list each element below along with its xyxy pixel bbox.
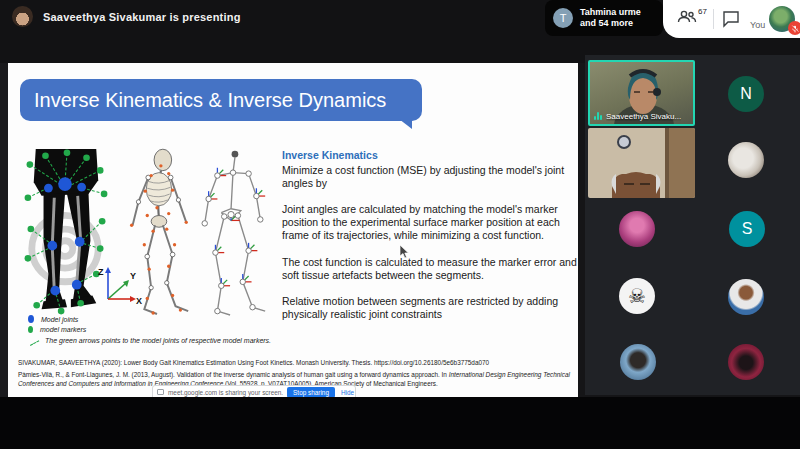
stop-sharing-button[interactable]: Stop sharing xyxy=(287,387,335,398)
mic-off-icon xyxy=(791,19,799,37)
avatar-photo[interactable] xyxy=(620,344,656,380)
video-tile-presenter[interactable]: Saaveethya Sivaku... xyxy=(588,60,695,126)
green-dot-icon xyxy=(28,326,33,333)
avatar-photo[interactable] xyxy=(619,211,655,247)
left-gutter xyxy=(0,63,8,397)
mouse-cursor xyxy=(400,245,410,259)
legend-label: model markers xyxy=(40,326,86,333)
video-tile-participant[interactable] xyxy=(588,128,695,198)
paragraph-3: The cost function is calculated to measu… xyxy=(282,256,578,282)
paragraph-4: Relative motion between segments are res… xyxy=(282,295,578,321)
paragraph-2: Joint angles are calculated by matching … xyxy=(282,203,578,241)
participants-chip-line2: and 54 more xyxy=(580,18,641,29)
hide-link[interactable]: Hide xyxy=(341,389,354,396)
participants-chip-line1: Tahmina urme xyxy=(580,7,641,18)
citation-1: SIVAKUMAR, SAAVEETHYA (2020): Lower Body… xyxy=(18,359,576,366)
avatar-initial-s[interactable]: S xyxy=(729,211,765,247)
link-segment-model-figure xyxy=(194,147,272,327)
you-label: You xyxy=(750,20,765,30)
participant-initial-avatar: T xyxy=(553,8,573,28)
participants-chip-text: Tahmina urme and 54 more xyxy=(580,7,641,29)
section-heading: Inverse Kinematics xyxy=(282,149,578,162)
mic-muted-badge xyxy=(788,21,800,35)
paragraph-1: Minimize a cost function (MSE) by adjust… xyxy=(282,164,578,190)
share-message: meet.google.com is sharing your screen. xyxy=(168,389,283,396)
avatar-initial-n[interactable]: N xyxy=(728,76,764,112)
presenter-avatar xyxy=(12,6,33,27)
axis-y-label: Y xyxy=(130,271,136,281)
legend-label: Model joints xyxy=(41,316,78,323)
legend-item: The green arrows points to the model joi… xyxy=(28,336,278,344)
legend-item: model markers xyxy=(28,326,278,333)
participant-count: 67 xyxy=(698,7,707,16)
avatar-photo[interactable] xyxy=(728,142,764,178)
participants-chip[interactable]: T Tahmina urme and 54 more xyxy=(545,0,663,36)
presenter-status-text: Saaveethya Sivakumar is presenting xyxy=(43,11,241,23)
avatar-photo[interactable] xyxy=(728,344,764,380)
slide-title: Inverse Kinematics & Inverse Dynamics xyxy=(20,79,422,121)
meeting-controls-panel: 67 You xyxy=(663,0,800,38)
coordinate-axes: Z Y X xyxy=(94,263,146,305)
chat-icon xyxy=(722,14,740,31)
axis-x-label: X xyxy=(136,296,142,305)
screen-icon xyxy=(157,389,164,395)
people-icon xyxy=(677,10,697,27)
avatar-skull-drawing[interactable]: ☠ xyxy=(619,278,655,314)
bottom-black-bar xyxy=(0,397,800,449)
you-section: You xyxy=(750,6,795,32)
panel-divider xyxy=(713,9,714,29)
you-avatar[interactable] xyxy=(769,6,795,32)
top-bar: Saaveethya Sivakumar is presenting T Tah… xyxy=(0,0,800,63)
participants-sidebar: Saaveethya Sivaku... N S ☠ xyxy=(585,55,800,395)
audio-activity-icon xyxy=(594,112,602,120)
participants-button[interactable]: 67 xyxy=(677,8,703,30)
shared-presentation-slide: Inverse Kinematics & Inverse Dynamics xyxy=(8,63,578,397)
avatar-photo[interactable] xyxy=(728,279,764,315)
participant-video xyxy=(588,128,695,198)
chat-button[interactable] xyxy=(722,10,740,28)
figure-legend: Model joints model markers The green arr… xyxy=(28,315,278,347)
presenter-info: Saaveethya Sivakumar is presenting xyxy=(12,6,241,27)
legend-label: The green arrows points to the model joi… xyxy=(45,337,271,344)
axis-z-label: Z xyxy=(98,267,104,277)
slide-body-text: Inverse Kinematics Minimize a cost funct… xyxy=(282,149,578,335)
blue-dot-icon xyxy=(28,315,34,323)
google-meet-screen: Saaveethya Sivakumar is presenting T Tah… xyxy=(0,0,800,449)
legend-item: Model joints xyxy=(28,315,278,323)
green-dashed-arrow-icon xyxy=(27,334,40,346)
tile-participant-name: Saaveethya Sivaku... xyxy=(606,112,681,121)
citation-2-pre: Pàmies-Vilà, R., & Font-Llagunes, J. M. … xyxy=(18,371,449,378)
